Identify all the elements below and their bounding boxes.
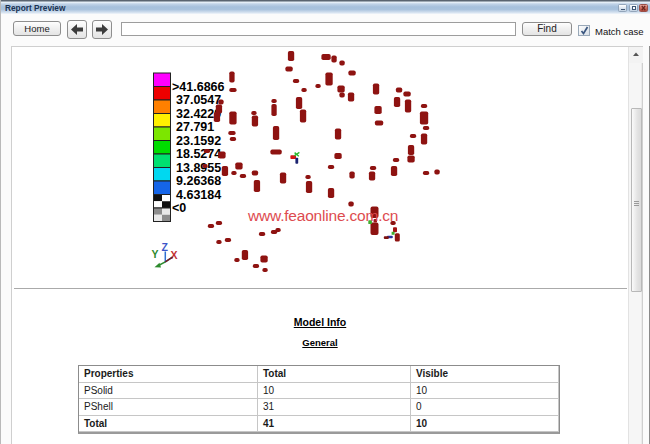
- svg-text:18.5274: 18.5274: [176, 147, 221, 161]
- svg-text:9.26368: 9.26368: [176, 174, 221, 188]
- svg-text:X: X: [171, 249, 178, 261]
- svg-text:23.1592: 23.1592: [176, 134, 221, 148]
- svg-text:>41.6866: >41.6866: [172, 80, 225, 94]
- svg-text:<0: <0: [172, 201, 186, 215]
- svg-text:37.0547: 37.0547: [176, 93, 221, 107]
- svg-text:www.feaonline.com.cn: www.feaonline.com.cn: [247, 207, 398, 224]
- svg-text:27.791: 27.791: [176, 120, 214, 134]
- svg-text:Y: Y: [152, 248, 159, 260]
- svg-text:4.63184: 4.63184: [176, 188, 221, 202]
- svg-text:13.8955: 13.8955: [176, 161, 221, 175]
- svg-text:Z: Z: [162, 241, 169, 253]
